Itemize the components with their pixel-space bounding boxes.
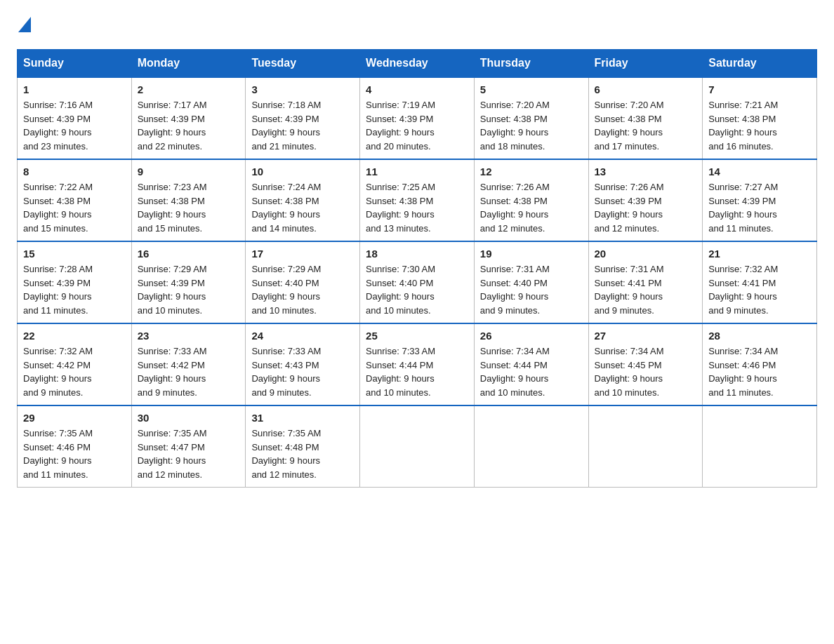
calendar-week-row: 15 Sunrise: 7:28 AMSunset: 4:39 PMDaylig… [18, 241, 817, 323]
day-number: 6 [595, 83, 697, 95]
calendar-cell: 21 Sunrise: 7:32 AMSunset: 4:41 PMDaylig… [703, 241, 817, 323]
day-number: 30 [138, 412, 240, 424]
calendar-cell: 10 Sunrise: 7:24 AMSunset: 4:38 PMDaylig… [246, 159, 360, 241]
calendar-header-friday: Friday [588, 50, 703, 78]
day-info: Sunrise: 7:33 AMSunset: 4:43 PMDaylight:… [251, 344, 354, 399]
svg-marker-0 [18, 17, 31, 32]
calendar-cell [360, 405, 475, 488]
day-info: Sunrise: 7:20 AMSunset: 4:38 PMDaylight:… [595, 98, 697, 153]
day-number: 23 [138, 330, 240, 342]
day-info: Sunrise: 7:27 AMSunset: 4:39 PMDaylight:… [708, 180, 811, 235]
calendar-header-saturday: Saturday [703, 50, 817, 78]
day-number: 7 [708, 83, 811, 95]
calendar-cell: 29 Sunrise: 7:35 AMSunset: 4:46 PMDaylig… [18, 405, 132, 488]
day-number: 9 [138, 166, 240, 177]
day-number: 31 [251, 412, 354, 424]
calendar-cell: 20 Sunrise: 7:31 AMSunset: 4:41 PMDaylig… [588, 241, 703, 323]
page-header [17, 17, 817, 35]
calendar-cell: 28 Sunrise: 7:34 AMSunset: 4:46 PMDaylig… [703, 323, 817, 405]
day-info: Sunrise: 7:34 AMSunset: 4:44 PMDaylight:… [480, 344, 583, 399]
calendar-cell: 22 Sunrise: 7:32 AMSunset: 4:42 PMDaylig… [18, 323, 132, 405]
day-number: 21 [708, 248, 811, 260]
calendar-cell: 23 Sunrise: 7:33 AMSunset: 4:42 PMDaylig… [131, 323, 246, 405]
calendar-table: SundayMondayTuesdayWednesdayThursdayFrid… [17, 49, 817, 488]
calendar-cell: 27 Sunrise: 7:34 AMSunset: 4:45 PMDaylig… [588, 323, 703, 405]
calendar-cell: 14 Sunrise: 7:27 AMSunset: 4:39 PMDaylig… [703, 159, 817, 241]
calendar-cell: 30 Sunrise: 7:35 AMSunset: 4:47 PMDaylig… [131, 405, 246, 488]
day-number: 24 [251, 330, 354, 342]
day-number: 28 [708, 330, 811, 342]
day-info: Sunrise: 7:32 AMSunset: 4:42 PMDaylight:… [23, 344, 126, 399]
day-number: 25 [366, 330, 468, 342]
day-info: Sunrise: 7:21 AMSunset: 4:38 PMDaylight:… [708, 98, 811, 153]
day-number: 20 [595, 248, 697, 260]
day-info: Sunrise: 7:20 AMSunset: 4:38 PMDaylight:… [480, 98, 583, 153]
day-number: 10 [251, 166, 354, 177]
day-number: 26 [480, 330, 583, 342]
logo-triangle-icon [18, 17, 31, 35]
calendar-cell: 15 Sunrise: 7:28 AMSunset: 4:39 PMDaylig… [18, 241, 132, 323]
calendar-cell: 31 Sunrise: 7:35 AMSunset: 4:48 PMDaylig… [246, 405, 360, 488]
day-info: Sunrise: 7:16 AMSunset: 4:39 PMDaylight:… [23, 98, 126, 153]
calendar-header-wednesday: Wednesday [360, 50, 475, 78]
calendar-cell: 9 Sunrise: 7:23 AMSunset: 4:38 PMDayligh… [131, 159, 246, 241]
day-info: Sunrise: 7:29 AMSunset: 4:39 PMDaylight:… [138, 262, 240, 317]
calendar-cell: 25 Sunrise: 7:33 AMSunset: 4:44 PMDaylig… [360, 323, 475, 405]
calendar-week-row: 1 Sunrise: 7:16 AMSunset: 4:39 PMDayligh… [18, 77, 817, 159]
day-number: 3 [251, 83, 354, 95]
day-info: Sunrise: 7:24 AMSunset: 4:38 PMDaylight:… [251, 180, 354, 235]
day-number: 11 [366, 166, 468, 177]
day-info: Sunrise: 7:33 AMSunset: 4:42 PMDaylight:… [138, 344, 240, 399]
calendar-week-row: 8 Sunrise: 7:22 AMSunset: 4:38 PMDayligh… [18, 159, 817, 241]
calendar-cell: 1 Sunrise: 7:16 AMSunset: 4:39 PMDayligh… [18, 77, 132, 159]
calendar-cell: 17 Sunrise: 7:29 AMSunset: 4:40 PMDaylig… [246, 241, 360, 323]
calendar-cell: 16 Sunrise: 7:29 AMSunset: 4:39 PMDaylig… [131, 241, 246, 323]
calendar-cell: 4 Sunrise: 7:19 AMSunset: 4:39 PMDayligh… [360, 77, 475, 159]
calendar-header-sunday: Sunday [18, 50, 132, 78]
calendar-header-row: SundayMondayTuesdayWednesdayThursdayFrid… [18, 50, 817, 78]
day-number: 19 [480, 248, 583, 260]
day-number: 13 [595, 166, 697, 177]
day-info: Sunrise: 7:26 AMSunset: 4:38 PMDaylight:… [480, 180, 583, 235]
day-info: Sunrise: 7:30 AMSunset: 4:40 PMDaylight:… [366, 262, 468, 317]
day-number: 15 [23, 248, 126, 260]
day-number: 14 [708, 166, 811, 177]
day-info: Sunrise: 7:25 AMSunset: 4:38 PMDaylight:… [366, 180, 468, 235]
calendar-cell: 3 Sunrise: 7:18 AMSunset: 4:39 PMDayligh… [246, 77, 360, 159]
day-number: 1 [23, 83, 126, 95]
day-info: Sunrise: 7:22 AMSunset: 4:38 PMDaylight:… [23, 180, 126, 235]
calendar-cell [474, 405, 588, 488]
calendar-header-tuesday: Tuesday [246, 50, 360, 78]
day-number: 4 [366, 83, 468, 95]
day-number: 2 [138, 83, 240, 95]
calendar-cell: 24 Sunrise: 7:33 AMSunset: 4:43 PMDaylig… [246, 323, 360, 405]
day-number: 17 [251, 248, 354, 260]
calendar-cell: 2 Sunrise: 7:17 AMSunset: 4:39 PMDayligh… [131, 77, 246, 159]
calendar-week-row: 29 Sunrise: 7:35 AMSunset: 4:46 PMDaylig… [18, 405, 817, 488]
calendar-cell: 12 Sunrise: 7:26 AMSunset: 4:38 PMDaylig… [474, 159, 588, 241]
calendar-week-row: 22 Sunrise: 7:32 AMSunset: 4:42 PMDaylig… [18, 323, 817, 405]
logo [17, 17, 31, 35]
day-info: Sunrise: 7:17 AMSunset: 4:39 PMDaylight:… [138, 98, 240, 153]
day-number: 12 [480, 166, 583, 177]
calendar-cell: 19 Sunrise: 7:31 AMSunset: 4:40 PMDaylig… [474, 241, 588, 323]
calendar-cell: 5 Sunrise: 7:20 AMSunset: 4:38 PMDayligh… [474, 77, 588, 159]
calendar-cell: 7 Sunrise: 7:21 AMSunset: 4:38 PMDayligh… [703, 77, 817, 159]
day-info: Sunrise: 7:34 AMSunset: 4:45 PMDaylight:… [595, 344, 697, 399]
day-info: Sunrise: 7:35 AMSunset: 4:46 PMDaylight:… [23, 427, 126, 481]
calendar-cell: 6 Sunrise: 7:20 AMSunset: 4:38 PMDayligh… [588, 77, 703, 159]
day-info: Sunrise: 7:32 AMSunset: 4:41 PMDaylight:… [708, 262, 811, 317]
calendar-cell: 8 Sunrise: 7:22 AMSunset: 4:38 PMDayligh… [18, 159, 132, 241]
calendar-cell: 18 Sunrise: 7:30 AMSunset: 4:40 PMDaylig… [360, 241, 475, 323]
day-number: 8 [23, 166, 126, 177]
day-info: Sunrise: 7:35 AMSunset: 4:47 PMDaylight:… [138, 427, 240, 481]
day-info: Sunrise: 7:23 AMSunset: 4:38 PMDaylight:… [138, 180, 240, 235]
calendar-cell [703, 405, 817, 488]
day-number: 18 [366, 248, 468, 260]
day-info: Sunrise: 7:29 AMSunset: 4:40 PMDaylight:… [251, 262, 354, 317]
day-info: Sunrise: 7:31 AMSunset: 4:40 PMDaylight:… [480, 262, 583, 317]
day-number: 22 [23, 330, 126, 342]
day-info: Sunrise: 7:34 AMSunset: 4:46 PMDaylight:… [708, 344, 811, 399]
day-number: 5 [480, 83, 583, 95]
calendar-cell: 11 Sunrise: 7:25 AMSunset: 4:38 PMDaylig… [360, 159, 475, 241]
